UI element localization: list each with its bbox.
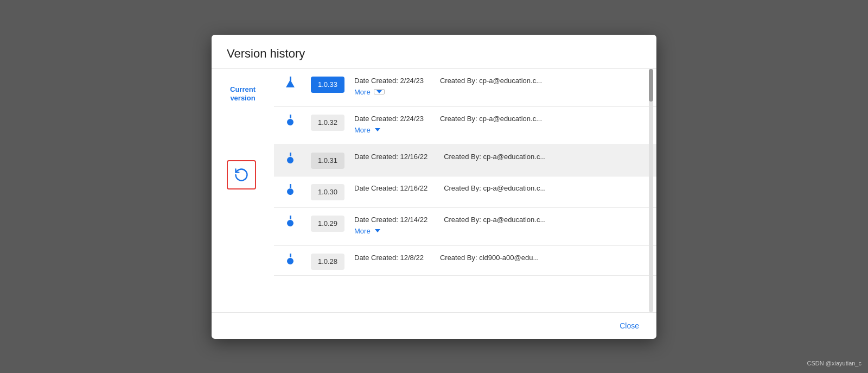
timeline-dot xyxy=(287,119,293,125)
version-badge: 1.0.28 xyxy=(311,254,344,270)
chevron-down-icon xyxy=(376,90,382,93)
version-info-top: Date Created: 12/16/22 Created By: cp-a@… xyxy=(354,184,639,192)
chevron-down-icon xyxy=(375,229,380,232)
version-list-area: 1.0.33 Date Created: 2/24/23 Created By:… xyxy=(274,69,656,312)
version-info: Date Created: 2/24/23 Created By: cp-a@e… xyxy=(354,115,639,134)
version-row: 1.0.30 Date Created: 12/16/22 Created By… xyxy=(274,176,656,208)
version-row: 1.0.28 Date Created: 12/8/22 Created By:… xyxy=(274,246,656,276)
created-by-text: Created By: cp-a@education.c... xyxy=(444,184,546,192)
row-main: 1.0.29 Date Created: 12/14/22 Created By… xyxy=(307,216,656,235)
created-by-text: Created By: cp-a@education.c... xyxy=(440,115,542,123)
row-main: 1.0.31 Date Created: 12/16/22 Created By… xyxy=(307,153,656,169)
version-row: 1.0.33 Date Created: 2/24/23 Created By:… xyxy=(274,69,656,107)
more-button[interactable]: More xyxy=(354,227,371,235)
timeline-col xyxy=(274,115,307,125)
version-row: 1.0.29 Date Created: 12/14/22 Created By… xyxy=(274,208,656,246)
version-row: 1.0.32 Date Created: 2/24/23 Created By:… xyxy=(274,107,656,145)
scrollbar-thumb[interactable] xyxy=(649,69,653,102)
current-arrow-icon xyxy=(286,80,295,87)
version-info: Date Created: 2/24/23 Created By: cp-a@e… xyxy=(354,77,639,96)
chevron-down-icon xyxy=(375,128,380,131)
version-info: Date Created: 12/16/22 Created By: cp-a@… xyxy=(354,184,639,192)
version-history-dialog: Version history Currentversion xyxy=(212,35,656,339)
close-button[interactable]: Close xyxy=(615,319,643,332)
version-badge: 1.0.29 xyxy=(311,216,344,232)
created-by-text: Created By: cp-a@education.c... xyxy=(440,77,542,85)
more-dropdown-box[interactable] xyxy=(374,89,385,94)
version-info: Date Created: 12/8/22 Created By: cld900… xyxy=(354,254,639,262)
row-main: 1.0.32 Date Created: 2/24/23 Created By:… xyxy=(307,115,656,134)
version-info-top: Date Created: 12/14/22 Created By: cp-a@… xyxy=(354,216,639,224)
more-button[interactable]: More xyxy=(354,88,371,96)
dialog-title: Version history xyxy=(212,35,656,69)
timeline-col xyxy=(274,77,307,87)
date-text: Date Created: 12/8/22 xyxy=(354,254,424,262)
date-text: Date Created: 12/14/22 xyxy=(354,216,427,224)
date-text: Date Created: 12/16/22 xyxy=(354,153,427,161)
more-row: More xyxy=(354,88,639,96)
row-main: 1.0.30 Date Created: 12/16/22 Created By… xyxy=(307,184,656,200)
version-badge-current: 1.0.33 xyxy=(311,77,344,93)
current-version-label: Currentversion xyxy=(212,85,274,104)
version-info: Date Created: 12/14/22 Created By: cp-a@… xyxy=(354,216,639,235)
restore-icon-button[interactable] xyxy=(227,160,256,189)
created-by-text: Created By: cp-a@education.c... xyxy=(444,153,546,161)
timeline-col xyxy=(274,216,307,226)
version-info: Date Created: 12/16/22 Created By: cp-a@… xyxy=(354,153,639,161)
version-badge: 1.0.30 xyxy=(311,184,344,200)
dialog-footer: Close xyxy=(212,312,656,339)
timeline-col xyxy=(274,254,307,264)
version-row: 1.0.31 Date Created: 12/16/22 Created By… xyxy=(274,145,656,176)
version-info-top: Date Created: 12/8/22 Created By: cld900… xyxy=(354,254,639,262)
date-text: Date Created: 12/16/22 xyxy=(354,184,427,192)
more-button[interactable]: More xyxy=(354,126,371,134)
timeline-col xyxy=(274,153,307,163)
version-badge: 1.0.31 xyxy=(311,153,344,169)
row-main: 1.0.28 Date Created: 12/8/22 Created By:… xyxy=(307,254,656,270)
dialog-body: Currentversion xyxy=(212,69,656,312)
version-info-top: Date Created: 2/24/23 Created By: cp-a@e… xyxy=(354,115,639,123)
more-row: More xyxy=(354,126,639,134)
watermark: CSDN @xiayutian_c xyxy=(807,360,861,366)
version-badge: 1.0.32 xyxy=(311,115,344,131)
created-by-text: Created By: cp-a@education.c... xyxy=(444,216,546,224)
restore-icon xyxy=(234,167,249,182)
more-row: More xyxy=(354,227,639,235)
timeline-dot xyxy=(287,220,293,226)
created-by-text: Created By: cld900-a00@edu... xyxy=(440,254,539,262)
date-text: Date Created: 2/24/23 xyxy=(354,115,424,123)
version-info-top: Date Created: 12/16/22 Created By: cp-a@… xyxy=(354,153,639,161)
version-info-top: Date Created: 2/24/23 Created By: cp-a@e… xyxy=(354,77,639,85)
timeline-col xyxy=(274,184,307,195)
row-main: 1.0.33 Date Created: 2/24/23 Created By:… xyxy=(307,77,656,96)
sidebar: Currentversion xyxy=(212,69,274,312)
timeline-dot xyxy=(287,188,293,195)
timeline-container: 1.0.33 Date Created: 2/24/23 Created By:… xyxy=(274,69,656,276)
timeline-dot xyxy=(287,258,293,264)
scrollbar-track[interactable] xyxy=(649,69,653,312)
timeline-dot xyxy=(287,157,293,163)
date-text: Date Created: 2/24/23 xyxy=(354,77,424,85)
